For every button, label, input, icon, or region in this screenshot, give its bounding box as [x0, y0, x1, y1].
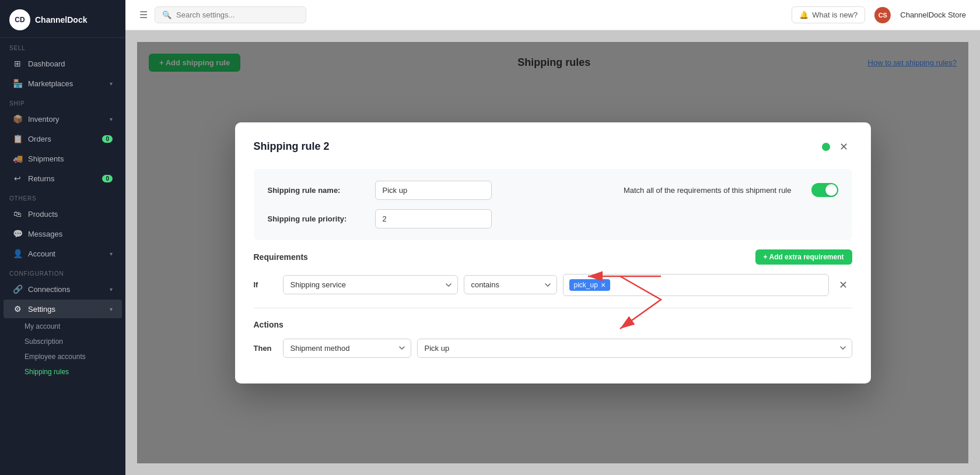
returns-icon: ↩: [13, 174, 22, 183]
if-label: If: [254, 280, 277, 289]
toggle-switch[interactable]: [811, 183, 838, 197]
menu-icon[interactable]: ☰: [139, 9, 148, 20]
then-rule-row: Then Shipment method Pick up: [254, 339, 852, 358]
sidebar-item-orders[interactable]: 📋 Orders 0: [4, 129, 122, 148]
divider: [254, 308, 852, 308]
arrow-icon: ▾: [110, 306, 113, 312]
modal-overlay: Shipping rule 2 ✕ Shipping rule name: Ma…: [137, 42, 968, 463]
name-row: Shipping rule name: Match all of the req…: [268, 181, 838, 200]
actions-section: Actions Then Shipment method Pick up: [254, 320, 852, 358]
modal-close-button[interactable]: ✕: [836, 139, 852, 155]
whats-new-button[interactable]: 🔔 What is new?: [792, 6, 865, 23]
add-requirement-button[interactable]: + Add extra requirement: [755, 249, 852, 265]
name-input[interactable]: [375, 181, 492, 200]
arrow-icon: ▾: [110, 286, 113, 293]
sidebar-item-dashboard[interactable]: ⊞ Dashboard: [4, 54, 122, 73]
priority-input[interactable]: [375, 209, 492, 228]
if-rule-row: If Shipping service contains pick_up ×: [254, 274, 852, 296]
ship-section-label: SHIP: [0, 93, 125, 109]
sidebar-sub-subscription[interactable]: Subscription: [0, 334, 125, 349]
orders-icon: 📋: [13, 134, 22, 143]
condition-field-select[interactable]: Shipping service: [283, 275, 458, 294]
messages-icon: 💬: [13, 229, 22, 238]
bell-icon: 🔔: [799, 10, 808, 19]
sidebar-item-account[interactable]: 👤 Account ▾: [4, 244, 122, 263]
connections-icon: 🔗: [13, 284, 22, 294]
priority-label: Shipping rule priority:: [268, 214, 361, 223]
sidebar-item-marketplaces[interactable]: 🏪 Marketplaces ▾: [4, 74, 122, 93]
products-icon: 🛍: [13, 209, 22, 219]
arrow-icon: ▾: [110, 116, 113, 122]
arrow-icon: ▾: [110, 251, 113, 257]
modal-title: Shipping rule 2: [254, 140, 330, 153]
page-content: + Add shipping rule Shipping rules How t…: [137, 42, 968, 463]
page-background: + Add shipping rule Shipping rules How t…: [125, 30, 980, 475]
form-section: Shipping rule name: Match all of the req…: [254, 169, 852, 240]
actions-header: Actions: [254, 320, 852, 329]
sidebar-item-settings[interactable]: ⚙ Settings ▾: [4, 300, 122, 318]
match-text: Match all of the requirements of this sh…: [624, 186, 792, 195]
requirements-section: Requirements + Add extra requirement If …: [254, 249, 852, 296]
sidebar-item-connections[interactable]: 🔗 Connections ▾: [4, 280, 122, 298]
username-text: ChannelDock Store: [900, 10, 966, 19]
inventory-icon: 📦: [13, 114, 22, 124]
sidebar-sub-shipping-rules[interactable]: Shipping rules: [0, 364, 125, 379]
search-input[interactable]: [176, 10, 299, 19]
sell-section-label: SELL: [0, 38, 125, 54]
rule-delete-button[interactable]: ✕: [835, 276, 852, 294]
action-field-select[interactable]: Shipment method: [283, 339, 411, 358]
tag-remove-button[interactable]: ×: [601, 281, 606, 289]
tag-pick-up: pick_up ×: [569, 279, 611, 291]
modal: Shipping rule 2 ✕ Shipping rule name: Ma…: [235, 122, 871, 383]
sidebar: CD ChannelDock SELL ⊞ Dashboard 🏪 Market…: [0, 0, 125, 475]
others-section-label: OTHERS: [0, 188, 125, 204]
arrow-icon: ▾: [110, 80, 113, 87]
avatar: CS: [874, 7, 891, 23]
account-icon: 👤: [13, 249, 22, 258]
modal-header: Shipping rule 2 ✕: [254, 139, 852, 155]
marketplaces-icon: 🏪: [13, 79, 22, 88]
sidebar-item-messages[interactable]: 💬 Messages: [4, 224, 122, 243]
main-area: ☰ 🔍 🔔 What is new? CS ChannelDock Store …: [125, 0, 980, 475]
logo-icon: CD: [9, 9, 30, 30]
sidebar-item-returns[interactable]: ↩ Returns 0: [4, 169, 122, 188]
condition-op-select[interactable]: contains: [464, 275, 557, 294]
topbar-right: 🔔 What is new? CS ChannelDock Store: [792, 6, 966, 23]
toggle-knob: [825, 184, 837, 196]
topbar: ☰ 🔍 🔔 What is new? CS ChannelDock Store: [125, 0, 980, 30]
sidebar-logo: CD ChannelDock: [0, 0, 125, 38]
tag-input-container[interactable]: pick_up ×: [563, 274, 829, 296]
status-dot: [822, 143, 830, 151]
search-box[interactable]: 🔍: [155, 6, 306, 23]
then-label: Then: [254, 344, 277, 353]
search-icon: 🔍: [162, 10, 172, 19]
shipments-icon: 🚚: [13, 154, 22, 163]
settings-icon: ⚙: [13, 304, 22, 314]
sidebar-item-shipments[interactable]: 🚚 Shipments: [4, 149, 122, 168]
config-section-label: CONFIGURATION: [0, 263, 125, 279]
dashboard-icon: ⊞: [13, 59, 22, 68]
requirements-header: Requirements + Add extra requirement: [254, 249, 852, 265]
priority-row: Shipping rule priority:: [268, 209, 838, 228]
logo-text: ChannelDock: [35, 15, 87, 24]
sidebar-item-inventory[interactable]: 📦 Inventory ▾: [4, 110, 122, 128]
sidebar-sub-my-account[interactable]: My account: [0, 319, 125, 334]
sidebar-sub-employee-accounts[interactable]: Employee accounts: [0, 349, 125, 364]
action-value-select[interactable]: Pick up: [417, 339, 852, 358]
modal-header-right: ✕: [822, 139, 852, 155]
name-label: Shipping rule name:: [268, 186, 361, 195]
requirements-title: Requirements: [254, 252, 308, 262]
actions-title: Actions: [254, 320, 284, 329]
sidebar-item-products[interactable]: 🛍 Products: [4, 205, 122, 223]
